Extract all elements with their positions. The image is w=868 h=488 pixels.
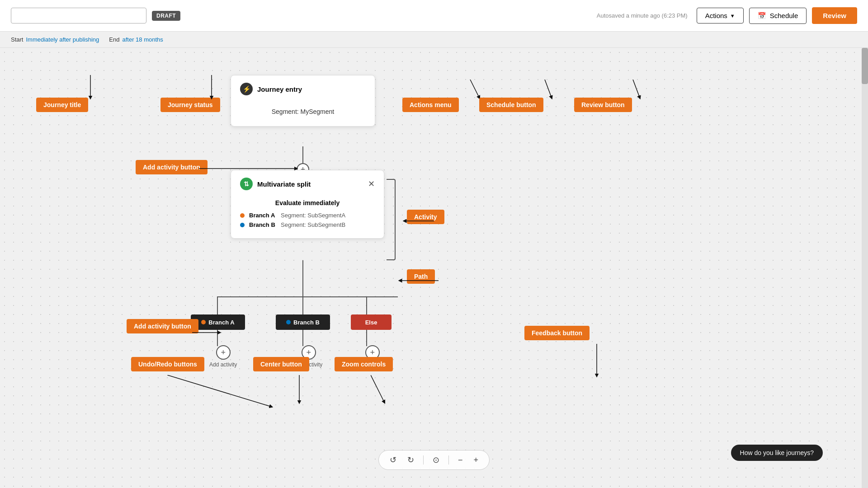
calendar-icon: 📅 [758, 12, 766, 20]
annotation-review-button: Review button [574, 98, 632, 112]
svg-line-5 [633, 80, 640, 98]
branch-a-dot-pill [201, 320, 206, 324]
arrow-center-button [281, 375, 317, 407]
close-split-card-button[interactable]: ✕ [368, 179, 375, 189]
draft-status-badge: DRAFT [152, 11, 180, 21]
journey-title-input[interactable]: The Incredible Journey [11, 8, 146, 23]
start-value[interactable]: Immediately after publishing [26, 36, 99, 43]
connector-v-branch-b [302, 296, 303, 314]
zoom-in-button[interactable]: + [470, 454, 482, 467]
schedule-button[interactable]: 📅 Schedule [749, 8, 807, 24]
connector-v-add-b [302, 330, 303, 346]
split-card-title: Multivariate split [257, 180, 311, 188]
review-button[interactable]: Review [812, 7, 857, 24]
zoom-out-icon: − [458, 455, 463, 465]
annotation-add-activity-bottom: Add activity button [127, 319, 198, 333]
autosave-status: Autosaved a minute ago (6:23 PM) [597, 12, 688, 19]
branch-b-segment: Segment: SubSegmentB [281, 221, 345, 228]
branch-a-dot [240, 213, 245, 218]
bolt-icon: ⚡ [240, 83, 253, 95]
svg-line-3 [470, 80, 479, 98]
journey-entry-card: ⚡ Journey entry Segment: MySegment [231, 75, 375, 127]
arrow-actions-menu [452, 80, 488, 102]
svg-line-9 [167, 375, 271, 407]
center-button[interactable]: ⊙ [429, 453, 443, 467]
branch-a-label: Branch A [249, 212, 276, 219]
end-value[interactable]: after 18 months [122, 36, 163, 43]
add-activity-else-label: Add activity [359, 361, 386, 368]
add-activity-branch-b-group: + Add activity [295, 345, 322, 368]
connector-v-add-a [217, 330, 218, 346]
toolbar-divider-2 [448, 455, 449, 465]
annotation-journey-title: Journey title [36, 98, 88, 112]
add-activity-branch-b-label: Add activity [295, 361, 322, 368]
annotation-journey-status: Journey status [160, 98, 220, 112]
journey-entry-segment: Segment: MySegment [272, 108, 335, 115]
branch-b-pill-label: Branch B [293, 319, 320, 326]
arrow-journey-status [207, 75, 216, 102]
add-activity-branch-a-button[interactable]: + [216, 345, 231, 360]
annotation-undo-redo: Undo/Redo buttons [131, 357, 204, 371]
annotation-activity: Activity [407, 210, 444, 224]
branch-b-dot-pill [286, 320, 291, 324]
branch-b-dot [240, 223, 245, 227]
bottom-toolbar: ↺ ↻ ⊙ − + [378, 450, 490, 470]
add-activity-branch-a-label: Add activity [209, 361, 237, 368]
feedback-widget: How do you like journeys? [731, 445, 823, 461]
connector-line [302, 146, 303, 164]
arrow-journey-title [86, 75, 95, 102]
add-activity-else-button[interactable]: + [365, 345, 380, 360]
actions-menu-button[interactable]: Actions ▼ [697, 8, 744, 23]
arrow-review-button [615, 80, 651, 102]
connector-h-branches [217, 296, 398, 297]
end-label: End [109, 36, 119, 43]
annotation-actions-menu: Actions menu [402, 98, 459, 112]
multivariate-split-card: ⇅ Multivariate split ✕ Evaluate immediat… [231, 170, 384, 239]
split-icon: ⇅ [240, 178, 253, 190]
evaluate-text: Evaluate immediately [275, 199, 340, 206]
arrow-zoom-controls [371, 375, 407, 407]
connector-v-add-else [366, 330, 367, 346]
arrow-feedback-button [579, 344, 615, 380]
chevron-down-icon: ▼ [730, 13, 735, 19]
review-label: Review [823, 12, 846, 19]
actions-label: Actions [705, 12, 727, 19]
zoom-in-icon: + [474, 455, 479, 465]
toolbar-divider [423, 455, 424, 465]
feedback-question: How do you like journeys? [740, 449, 814, 456]
feedback-button[interactable]: How do you like journeys? [731, 445, 823, 461]
add-activity-else-group: + Add activity [359, 345, 386, 368]
annotation-add-activity-top: Add activity button [136, 160, 208, 174]
else-pill: Else [351, 314, 392, 330]
start-label: Start [11, 36, 23, 43]
journey-entry-title: Journey entry [257, 85, 302, 93]
arrow-activity [402, 214, 434, 228]
else-label: Else [365, 319, 377, 326]
branch-a-pill: Branch A [191, 314, 245, 330]
annotation-feedback-button: Feedback button [524, 326, 590, 340]
schedule-label: Schedule [770, 12, 798, 19]
redo-icon: ↻ [407, 455, 414, 465]
add-activity-branch-a-group: + Add activity [209, 345, 237, 368]
scrollbar-thumb[interactable] [862, 48, 868, 84]
branch-a-pill-label: Branch A [208, 319, 234, 326]
undo-icon: ↺ [390, 455, 396, 465]
center-icon: ⊙ [433, 455, 439, 465]
branch-b-pill: Branch B [276, 314, 330, 330]
annotation-schedule-button: Schedule button [479, 98, 543, 112]
arrow-path [398, 274, 439, 287]
undo-button[interactable]: ↺ [386, 453, 400, 467]
svg-line-4 [545, 80, 552, 98]
add-activity-branch-b-button[interactable]: + [302, 345, 316, 360]
bracket-connector [387, 179, 396, 260]
arrow-schedule-button [527, 80, 563, 102]
redo-button[interactable]: ↻ [404, 453, 418, 467]
connector-v-branch-a [217, 296, 218, 314]
zoom-out-button[interactable]: − [454, 454, 467, 467]
annotation-path: Path [407, 269, 435, 284]
svg-line-11 [371, 375, 384, 402]
arrow-undo-redo [167, 375, 303, 411]
connector-v-split-bottom [302, 260, 303, 296]
branch-b-label: Branch B [249, 221, 276, 228]
scrollbar[interactable] [862, 48, 868, 488]
